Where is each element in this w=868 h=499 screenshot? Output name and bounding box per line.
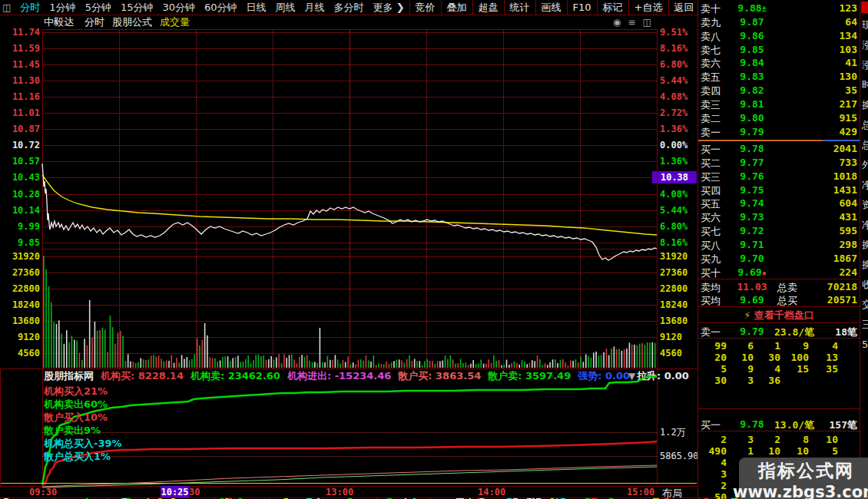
window-icon[interactable]: ◫ [2, 2, 11, 13]
menu-item-5[interactable]: 60分钟 [200, 1, 242, 15]
toolbar-button-8[interactable]: 返回 [668, 0, 700, 15]
detail-divider [697, 338, 860, 339]
book-row-volume: 41 [845, 57, 857, 68]
avg-value: 9.69 [727, 294, 777, 306]
buy-level-row[interactable]: 买十9.69▪224 [697, 266, 860, 279]
book-row-label: 卖七 [701, 44, 721, 58]
menu-item-1[interactable]: 1分钟 [45, 1, 80, 15]
menu-item-10[interactable]: 更多 ❯ [369, 1, 409, 15]
toolbar-button-3[interactable]: 统计 [504, 0, 535, 15]
close-indicator-icon[interactable]: × [646, 369, 655, 382]
sell-level-row[interactable]: 卖三9.81217 [697, 97, 860, 111]
edge-red-block [861, 2, 868, 13]
buy-level-row[interactable]: 买四9.751431 [697, 183, 860, 197]
volume-axis-label-left: 9120 [6, 332, 40, 342]
buy-level-row[interactable]: 买三9.761018 [697, 170, 860, 183]
toolbar-button-0[interactable]: 竞价 [409, 0, 441, 15]
book-row-volume: 2041 [833, 143, 857, 154]
menu-item-3[interactable]: 15分钟 [116, 1, 158, 15]
toolbar-button-2[interactable]: 超盘 [472, 0, 504, 15]
buy-level-row[interactable]: 买九9.701867 [697, 252, 860, 266]
cursor-price-box: 10.38 [652, 171, 697, 183]
sell-level-row[interactable]: 卖六9.8441 [697, 56, 860, 70]
trade-queue-value: 2 [681, 480, 727, 491]
price-axis-label: 10.28 [6, 190, 40, 199]
buy-level-row[interactable]: 买五9.74604 [697, 197, 860, 210]
book-row-volume: 1431 [833, 184, 857, 196]
edge-clipped-label: 总 [862, 140, 868, 150]
formula-name[interactable]: 股朋公式 [112, 15, 152, 29]
buy-level-row[interactable]: 买八9.71298 [697, 238, 860, 252]
buy-level-row[interactable]: 买七9.72595 [697, 224, 860, 238]
book-row-label: 买六 [701, 211, 721, 225]
sell-level-row[interactable]: 卖十9.88±123 [697, 2, 860, 15]
indicator-field: 强势: 0.00 [578, 369, 630, 382]
indicator-brand: 股朋指标网 [44, 369, 94, 382]
price-axis-label: 10.43 [6, 173, 40, 182]
edge-clipped-label: 涨 [862, 40, 868, 51]
book-row-label: 卖二 [701, 112, 721, 126]
volume-axis-label-right: 22800 [660, 284, 687, 293]
indicator-name[interactable]: 成交量 [160, 15, 190, 29]
book-row-volume: 1018 [833, 170, 857, 182]
indicator-legend-label: 机构卖出60% [44, 399, 108, 409]
sell-level-row[interactable]: 卖五9.83130 [697, 70, 860, 84]
sell-level-row[interactable]: 卖七9.85103 [697, 43, 860, 57]
view-depth-link[interactable]: 查看千档盘口 [750, 309, 814, 321]
menu-item-0[interactable]: 分时 [15, 1, 45, 15]
menu-item-6[interactable]: 日线 [242, 1, 271, 15]
time-gridline [196, 29, 197, 368]
menu-item-4[interactable]: 30分钟 [157, 1, 200, 15]
book-row-price: 9.76 [727, 170, 777, 182]
period-label[interactable]: 分时 [84, 15, 104, 29]
edge-clipped-label: 三 [862, 319, 868, 330]
toolbar-button-4[interactable]: 画线 [535, 0, 567, 15]
book-row-label: 卖八 [701, 30, 721, 44]
book-row-price: 9.84 [727, 57, 777, 68]
indicator-field: 机构买: 8228.14 [101, 369, 184, 382]
ratio-bar-sell [698, 140, 823, 141]
pct-axis-label: 1.36% [660, 124, 687, 134]
sell-level-row[interactable]: 卖九9.8764 [697, 15, 860, 29]
edge-clipped-label: 换 [862, 259, 868, 270]
sell-level-row[interactable]: 卖八9.86134 [697, 29, 860, 43]
time-axis-label: 14:00 [478, 487, 505, 497]
buy-level-row[interactable]: 买六9.73431 [697, 210, 860, 224]
book-row-price: 9.70 [727, 253, 777, 264]
split-panel-icon[interactable]: ◫ [643, 17, 651, 28]
edge-clipped-label: 净 [862, 180, 868, 190]
sell-level-row[interactable]: 卖四9.8235 [697, 84, 860, 97]
menu-lines-icon[interactable]: ≡ [628, 17, 635, 28]
menu-item-7[interactable]: 周线 [271, 1, 300, 15]
toolbar-button-1[interactable]: 叠加 [441, 0, 472, 15]
book-row-label: 买八 [701, 239, 721, 253]
indicator-field: 散户卖: 3597.49 [488, 369, 571, 382]
toolbar-button-7[interactable]: +自选 [628, 0, 668, 15]
sell-level-row[interactable]: 卖二9.80915 [697, 111, 860, 125]
menu-item-9[interactable]: 多分时 [330, 1, 369, 15]
stock-name[interactable]: 中毅达 [44, 15, 74, 29]
collapse-indicator-icon[interactable]: ▼ [628, 371, 635, 382]
menu-item-8[interactable]: 月线 [300, 1, 330, 15]
depth-link-row[interactable]: ⚡ 查看千档盘口 [697, 309, 860, 322]
layout-button[interactable]: 布局 [662, 487, 682, 499]
volume-axis-label-left: 31920 [6, 252, 40, 261]
volume-axis-label-left: 22800 [6, 284, 40, 293]
book-row-price: 9.80 [727, 112, 777, 124]
volume-axis-label-right: 4560 [660, 349, 682, 358]
toolbar-button-5[interactable]: F10 [567, 0, 597, 15]
price-tick-mark: ▪ [762, 269, 767, 277]
indicator-field: 机构卖: 23462.60 [190, 369, 280, 382]
trade-queue-value: 13 [792, 352, 838, 363]
menu-item-2[interactable]: 5分钟 [81, 1, 116, 15]
pct-axis-label: 2.72% [660, 108, 687, 117]
buy-level-row[interactable]: 买二9.77733 [697, 156, 860, 170]
buy-level-row[interactable]: 买一9.782041 [697, 142, 860, 156]
watermark: 指标公式网 www.zbgs3.com [739, 458, 868, 499]
pct-axis-label: 6.80% [660, 60, 687, 69]
trade-queue-value: 35 [792, 363, 838, 375]
toolbar-button-6[interactable]: 标记 [597, 0, 628, 15]
sell-level-row[interactable]: 卖一9.79429 [697, 125, 860, 139]
scroll-top-icon[interactable]: ◉ [613, 17, 621, 28]
book-row-label: 买四 [701, 184, 721, 198]
